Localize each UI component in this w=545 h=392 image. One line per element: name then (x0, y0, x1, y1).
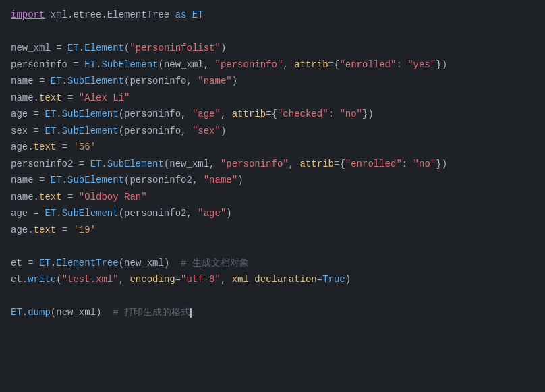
var-name2: name (11, 175, 39, 186)
op-eq3: = (317, 274, 322, 285)
dot: . (56, 109, 61, 119)
func-SubElement: SubElement (101, 59, 158, 70)
func-Element: Element (84, 43, 124, 53)
dot: . (22, 307, 28, 318)
ET-ref: ET (67, 43, 79, 53)
func-ElementTree: ElementTree (56, 258, 118, 269)
brace: { (272, 109, 277, 119)
paren: ) (368, 109, 373, 119)
kwarg-attrib: attrib (294, 59, 328, 70)
var-age2: age (11, 208, 34, 219)
var-age2: age (11, 225, 28, 235)
paren: ) (221, 43, 226, 53)
dot: . (22, 274, 28, 285)
comment-print-format: # 打印生成的格式 (101, 307, 190, 318)
colon: : (328, 109, 340, 119)
comma: , (204, 59, 215, 70)
code-line-4: personinfo = ET.SubElement(new_xml, "per… (11, 57, 534, 74)
op-assign: = (62, 92, 79, 103)
comma: , (283, 59, 294, 70)
comma: , (181, 109, 192, 119)
string-sex: "sex" (192, 125, 221, 136)
module-name: xml.etree.ElementTree (45, 9, 175, 20)
string-age2: "age" (198, 208, 226, 219)
paren: ( (119, 109, 124, 119)
ET-ref: ET (90, 159, 102, 169)
dict-val-yes: "yes" (407, 59, 436, 70)
code-line-empty-1 (11, 24, 534, 40)
paren: ) (232, 76, 237, 86)
comma: , (221, 274, 232, 285)
code-line-12: name.text = "Oldboy Ran" (11, 189, 534, 206)
paren: ) (442, 59, 447, 70)
arg-personinfo2: personinfo2 (130, 175, 192, 186)
paren: ( (119, 208, 124, 219)
op-assign: = (39, 76, 51, 86)
code-editor: import xml.etree.ElementTree as ET new_x… (0, 0, 545, 392)
var-sex: sex (11, 125, 34, 136)
comma: , (221, 109, 232, 119)
var-name: name (11, 92, 34, 103)
brace: } (436, 159, 441, 169)
func-SubElement: SubElement (62, 109, 119, 119)
var-name: name (11, 76, 39, 86)
func-SubElement: SubElement (107, 159, 164, 169)
ET-ref: ET (51, 76, 62, 86)
var-age: age (11, 109, 34, 119)
comma: , (181, 125, 192, 136)
text-cursor (190, 308, 192, 318)
paren: ( (119, 258, 124, 269)
string-oldboy-ran: "Oldboy Ran" (79, 192, 147, 202)
string-name2: "name" (204, 175, 237, 186)
var-new_xml: new_xml (11, 43, 56, 53)
code-line-9: age.text = '56' (11, 139, 534, 156)
kwarg-attrib: attrib (232, 109, 266, 119)
ET-ref: ET (45, 208, 56, 219)
ET-ref2: ET (11, 307, 22, 318)
var-age: age (11, 142, 28, 152)
op-assign: = (79, 159, 90, 169)
arg-personinfo: personinfo (124, 125, 181, 136)
var-personinfo2: personinfo2 (11, 159, 79, 169)
paren: ( (158, 59, 163, 70)
comma: , (119, 274, 130, 285)
ET-ref: ET (84, 59, 96, 70)
brace: } (436, 59, 441, 70)
arg-new_xml2: new_xml (124, 258, 164, 269)
colon: : (396, 59, 407, 70)
op-assign: = (62, 192, 79, 202)
string-personinfolist: "personinfolist" (130, 43, 220, 53)
ET-ref: ET (51, 175, 62, 186)
keyword-import: import (11, 9, 45, 20)
ET-ref: ET (39, 258, 51, 269)
paren: ) (345, 274, 351, 285)
code-line-14: age.text = '19' (11, 222, 534, 239)
var-personinfo: personinfo (11, 59, 73, 70)
string-test-xml: "test.xml" (62, 274, 119, 285)
dot: . (28, 142, 33, 152)
op-assign: = (56, 142, 73, 152)
op-assign: = (34, 125, 45, 136)
string-age: "age" (192, 109, 221, 119)
num-19: '19' (73, 225, 96, 235)
colon: : (402, 159, 413, 169)
dot: . (51, 258, 56, 269)
brace: { (339, 159, 345, 169)
code-line-17: et.write("test.xml", encoding="utf-8", x… (11, 271, 534, 288)
dot: . (101, 159, 107, 169)
arg-personinfo: personinfo (130, 76, 186, 86)
string-alex-li: "Alex Li" (79, 92, 130, 103)
code-line-3: new_xml = ET.Element("personinfolist") (11, 40, 534, 57)
op-assign: = (56, 225, 73, 235)
op-assign: = (34, 109, 45, 119)
dict-key-checked: "checked" (277, 109, 328, 119)
num-56: '56' (73, 142, 96, 152)
paren: ( (119, 125, 124, 136)
code-line-11: name = ET.SubElement(personinfo2, "name"… (11, 172, 534, 189)
arg-personinfo: personinfo (124, 109, 181, 119)
op-assign: = (28, 258, 39, 269)
dot: . (34, 92, 39, 103)
paren: ) (221, 125, 226, 136)
code-line-6: name.text = "Alex Li" (11, 90, 534, 107)
kwarg-xml-declaration: xml_declaration (232, 274, 317, 285)
